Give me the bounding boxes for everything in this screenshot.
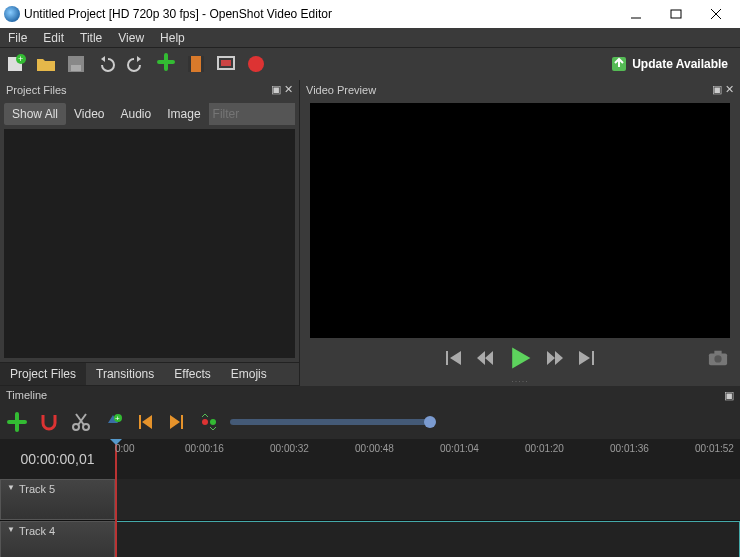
svg-rect-8 (71, 65, 81, 71)
tab-transitions[interactable]: Transitions (86, 363, 164, 385)
panel-undock-icon[interactable]: ▣ (724, 389, 734, 401)
rewind-button[interactable] (475, 348, 495, 371)
filter-image[interactable]: Image (159, 103, 208, 125)
new-project-button[interactable]: + (4, 52, 28, 76)
video-preview-screen[interactable] (310, 103, 730, 338)
ruler-tick: 00:00:32 (270, 443, 309, 454)
main-toolbar: + Update Available (0, 48, 740, 80)
svg-point-24 (210, 419, 216, 425)
video-preview-header: Video Preview ▣✕ (300, 80, 740, 99)
app-icon (4, 6, 20, 22)
panel-close-icon[interactable]: ✕ (725, 83, 734, 96)
timeline-title: Timeline (6, 389, 47, 402)
maximize-button[interactable] (656, 0, 696, 28)
track-row: ▼Track 4 (0, 521, 740, 557)
timeline-toolbar: + (0, 405, 740, 439)
filter-input[interactable] (209, 103, 295, 125)
menu-view[interactable]: View (110, 29, 152, 47)
tab-effects[interactable]: Effects (164, 363, 220, 385)
ruler-tick: 0:00 (115, 443, 134, 454)
razor-button[interactable] (70, 411, 92, 433)
svg-rect-13 (221, 60, 231, 66)
update-label: Update Available (632, 57, 728, 71)
svg-point-14 (248, 56, 264, 72)
timeline-ruler[interactable]: 0:00 00:00:16 00:00:32 00:00:48 00:01:04… (115, 439, 740, 479)
menu-title[interactable]: Title (72, 29, 110, 47)
panel-undock-icon[interactable]: ▣ (712, 83, 722, 96)
svg-point-17 (714, 355, 721, 362)
filter-show-all[interactable]: Show All (4, 103, 66, 125)
ruler-tick: 00:00:16 (185, 443, 224, 454)
previous-marker-button[interactable] (134, 411, 156, 433)
jump-start-button[interactable] (443, 348, 463, 371)
tab-project-files[interactable]: Project Files (0, 363, 86, 385)
filter-audio[interactable]: Audio (113, 103, 160, 125)
filter-video[interactable]: Video (66, 103, 112, 125)
current-timecode: 00:00:00,01 (0, 439, 115, 479)
add-marker-button[interactable]: + (102, 411, 124, 433)
panel-undock-icon[interactable]: ▣ (271, 83, 281, 96)
timeline-header: Timeline ▣ (0, 386, 740, 405)
save-project-button[interactable] (64, 52, 88, 76)
chevron-down-icon: ▼ (7, 483, 15, 492)
close-button[interactable] (696, 0, 736, 28)
update-icon (610, 55, 628, 73)
project-files-title: Project Files (6, 84, 67, 96)
menubar: File Edit Title View Help (0, 28, 740, 48)
svg-point-23 (202, 419, 208, 425)
fast-forward-button[interactable] (545, 348, 565, 371)
snapshot-button[interactable] (708, 348, 728, 371)
zoom-slider[interactable] (230, 419, 430, 425)
ruler-tick: 00:00:48 (355, 443, 394, 454)
svg-rect-11 (201, 56, 204, 72)
fullscreen-button[interactable] (214, 52, 238, 76)
track-name: Track 5 (19, 483, 55, 495)
tab-emojis[interactable]: Emojis (221, 363, 277, 385)
playback-controls (300, 342, 740, 376)
video-preview-title: Video Preview (306, 84, 376, 96)
open-project-button[interactable] (34, 52, 58, 76)
panel-close-icon[interactable]: ✕ (284, 83, 293, 96)
ruler-tick: 00:01:52 (695, 443, 734, 454)
project-files-header: Project Files ▣✕ (0, 80, 299, 99)
minimize-button[interactable] (616, 0, 656, 28)
window-title: Untitled Project [HD 720p 30 fps] - Open… (24, 7, 332, 21)
track-lane[interactable] (115, 479, 740, 520)
import-files-button[interactable] (154, 52, 178, 76)
track-name: Track 4 (19, 525, 55, 537)
svg-text:+: + (115, 414, 120, 423)
snapping-button[interactable] (38, 411, 60, 433)
chevron-down-icon: ▼ (7, 525, 15, 534)
window-titlebar: Untitled Project [HD 720p 30 fps] - Open… (0, 0, 740, 28)
track-lane[interactable] (115, 521, 740, 557)
project-files-area[interactable] (4, 129, 295, 358)
undo-button[interactable] (94, 52, 118, 76)
track-header[interactable]: ▼Track 5 (0, 479, 115, 520)
playhead-line (115, 479, 117, 557)
timeline-ruler-area: 00:00:00,01 0:00 00:00:16 00:00:32 00:00… (0, 439, 740, 479)
menu-edit[interactable]: Edit (35, 29, 72, 47)
track-row: ▼Track 5 (0, 479, 740, 521)
jump-end-button[interactable] (577, 348, 597, 371)
ruler-tick: 00:01:04 (440, 443, 479, 454)
track-header[interactable]: ▼Track 4 (0, 521, 115, 557)
panel-resize-handle[interactable]: ····· (300, 376, 740, 386)
menu-help[interactable]: Help (152, 29, 193, 47)
choose-profile-button[interactable] (184, 52, 208, 76)
play-button[interactable] (507, 345, 533, 374)
center-playhead-button[interactable] (198, 411, 220, 433)
next-marker-button[interactable] (166, 411, 188, 433)
timeline-tracks: ▼Track 5 ▼Track 4 (0, 479, 740, 557)
update-available-button[interactable]: Update Available (610, 55, 736, 73)
ruler-tick: 00:01:36 (610, 443, 649, 454)
export-video-button[interactable] (244, 52, 268, 76)
menu-file[interactable]: File (0, 29, 35, 47)
ruler-tick: 00:01:20 (525, 443, 564, 454)
add-track-button[interactable] (6, 411, 28, 433)
svg-text:+: + (18, 54, 23, 64)
zoom-thumb[interactable] (424, 416, 436, 428)
svg-rect-1 (671, 10, 681, 18)
svg-rect-10 (188, 56, 191, 72)
redo-button[interactable] (124, 52, 148, 76)
svg-rect-18 (714, 350, 721, 354)
